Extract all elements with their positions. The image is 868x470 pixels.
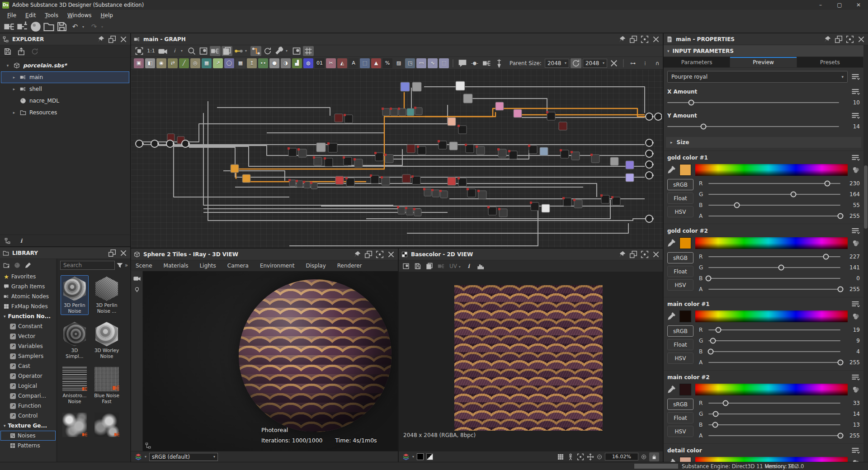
view3d-menu-lights[interactable]: Lights bbox=[200, 263, 216, 269]
graph-node-red[interactable] bbox=[335, 176, 344, 184]
new-graph-icon[interactable] bbox=[17, 21, 28, 32]
channel-slider[interactable] bbox=[708, 267, 840, 268]
zoom-in-icon[interactable] bbox=[641, 454, 646, 460]
library-item-blue-noise-fast[interactable]: Blue Noise Fast bbox=[93, 366, 121, 405]
channel-slider[interactable] bbox=[708, 403, 840, 404]
channel-slider[interactable] bbox=[708, 216, 840, 216]
library-item-3d-perlin-noise[interactable]: 3D Perlin Noise bbox=[61, 275, 89, 315]
hue-gradient-bar[interactable] bbox=[695, 164, 848, 176]
color-menu-icon[interactable] bbox=[851, 373, 860, 381]
library-item-3d-worley-noise[interactable]: 3D Worley Noise bbox=[93, 320, 121, 360]
elbow-link-icon[interactable] bbox=[250, 46, 261, 56]
node-type-button-17[interactable]: ✂ bbox=[326, 58, 336, 68]
node-type-button-21[interactable]: ▲ bbox=[371, 58, 381, 68]
slider-thumb[interactable] bbox=[713, 411, 719, 417]
library-category-fxmap-nodes[interactable]: FxMap Nodes bbox=[0, 301, 56, 311]
tree-item-nacre-mdl[interactable]: nacre_MDL bbox=[1, 95, 129, 107]
library-category-graph-items[interactable]: Graph Items bbox=[0, 282, 56, 291]
graph-node-darkred[interactable] bbox=[407, 145, 415, 153]
library-category-cast[interactable]: ↗Cast bbox=[0, 361, 56, 371]
eyedropper-icon[interactable] bbox=[667, 239, 675, 247]
graph-node-darkred[interactable] bbox=[335, 114, 343, 122]
info-icon[interactable]: i bbox=[465, 263, 472, 270]
graph-io-node[interactable] bbox=[646, 139, 654, 146]
colorspace-layers-icon[interactable] bbox=[135, 453, 142, 461]
node-type-button-9[interactable]: ▦ bbox=[236, 58, 245, 68]
redo-icon[interactable]: ↷ bbox=[88, 21, 100, 32]
tree-item-resources[interactable]: ▸Resources bbox=[1, 107, 129, 118]
graph-io-node[interactable] bbox=[646, 113, 654, 120]
chevron-icon[interactable]: ▸ bbox=[11, 110, 17, 115]
eyedropper-icon[interactable] bbox=[667, 459, 675, 462]
hue-gradient-bar[interactable] bbox=[695, 384, 848, 395]
node-type-button-15[interactable]: ◍ bbox=[303, 58, 313, 68]
library-category-operator[interactable]: ↗Operator bbox=[0, 371, 56, 381]
parent-size-width-select[interactable]: 2048▾ bbox=[545, 59, 569, 68]
uv-toggle[interactable]: UV ▾ bbox=[449, 263, 461, 269]
tab-parameters[interactable]: Parameters bbox=[664, 57, 730, 67]
graph-node-red[interactable] bbox=[448, 177, 456, 185]
pin-node-icon[interactable] bbox=[494, 58, 505, 68]
input-parameters-header[interactable]: ▾ INPUT PARAMETERS bbox=[664, 45, 863, 57]
float-icon[interactable] bbox=[629, 250, 637, 258]
graph-node-orange[interactable] bbox=[242, 174, 250, 183]
eyedropper-icon[interactable] bbox=[667, 312, 675, 320]
slider-thumb[interactable] bbox=[838, 359, 844, 365]
frame-icon[interactable] bbox=[641, 35, 649, 43]
tab-presets[interactable]: Presets bbox=[797, 57, 863, 67]
export-icon[interactable] bbox=[17, 47, 25, 56]
reload-icon[interactable] bbox=[31, 47, 39, 56]
palette-icon[interactable] bbox=[852, 385, 860, 394]
pin-icon[interactable] bbox=[823, 35, 831, 43]
library-item[interactable] bbox=[61, 411, 89, 446]
pan-icon[interactable] bbox=[587, 453, 594, 461]
channel-slider[interactable] bbox=[708, 205, 840, 206]
tab-preview[interactable]: Preview bbox=[730, 57, 797, 67]
light-icon[interactable] bbox=[134, 287, 140, 293]
node-type-button-1[interactable]: ◧ bbox=[145, 58, 155, 68]
slider-thumb[interactable] bbox=[722, 400, 728, 406]
mode-button-srgb[interactable]: sRGB bbox=[667, 252, 693, 263]
library-category-constant[interactable]: ↗Constant bbox=[0, 321, 56, 331]
node-type-button-2[interactable]: ◉ bbox=[156, 58, 166, 68]
revert-size-icon[interactable] bbox=[609, 58, 619, 68]
library-category-variables[interactable]: ↗Variables bbox=[0, 341, 56, 351]
node-type-button-7[interactable]: ↗ bbox=[213, 58, 223, 68]
node-type-button-11[interactable]: •• bbox=[258, 58, 268, 68]
node-type-button-6[interactable]: ▦ bbox=[202, 58, 212, 68]
graph-node-orange[interactable] bbox=[231, 164, 239, 173]
properties-scrollbar[interactable] bbox=[863, 45, 868, 462]
slider-thumb[interactable] bbox=[706, 275, 712, 281]
float-icon[interactable] bbox=[108, 249, 116, 257]
slider-thumb[interactable] bbox=[700, 124, 706, 130]
ruler-figure-icon[interactable] bbox=[567, 453, 574, 461]
channel-slider[interactable] bbox=[708, 424, 840, 425]
color-swatch[interactable] bbox=[679, 164, 691, 176]
graph-node-pink[interactable] bbox=[514, 109, 522, 118]
mode-button-float[interactable]: Float bbox=[667, 266, 693, 277]
dot-link-icon[interactable]: -●- bbox=[469, 58, 480, 68]
hue-gradient-bar[interactable] bbox=[695, 457, 848, 462]
library-category-function-no-[interactable]: ▾Function No... bbox=[0, 311, 56, 321]
node-type-button-19[interactable]: A bbox=[349, 58, 359, 68]
color-menu-icon[interactable] bbox=[851, 446, 860, 455]
node-type-button-10[interactable]: ↥ bbox=[247, 58, 257, 68]
graph-wire[interactable] bbox=[407, 223, 628, 233]
save-image-icon[interactable] bbox=[414, 263, 421, 270]
open-icon[interactable] bbox=[43, 21, 55, 32]
layers-order-icon[interactable] bbox=[222, 46, 232, 56]
node-type-button-4[interactable]: ╱ bbox=[179, 58, 189, 68]
graph-wire[interactable] bbox=[217, 108, 330, 116]
graph-node-darkred[interactable] bbox=[402, 174, 410, 183]
tools-icon[interactable] bbox=[274, 46, 285, 56]
link-nodes-icon[interactable]: ⊶ bbox=[627, 58, 638, 68]
library-category-patterns[interactable]: Patterns bbox=[0, 441, 56, 451]
slider-thumb[interactable] bbox=[689, 100, 694, 106]
more-chevrons-icon[interactable]: » bbox=[125, 262, 128, 268]
palette-icon[interactable] bbox=[852, 239, 860, 247]
channel-slider[interactable] bbox=[708, 256, 840, 257]
graph-io-node[interactable] bbox=[136, 140, 144, 147]
channel-slider[interactable] bbox=[708, 362, 840, 363]
eyedropper-icon[interactable] bbox=[667, 166, 675, 174]
maximize-button[interactable]: ▢ bbox=[830, 0, 849, 10]
